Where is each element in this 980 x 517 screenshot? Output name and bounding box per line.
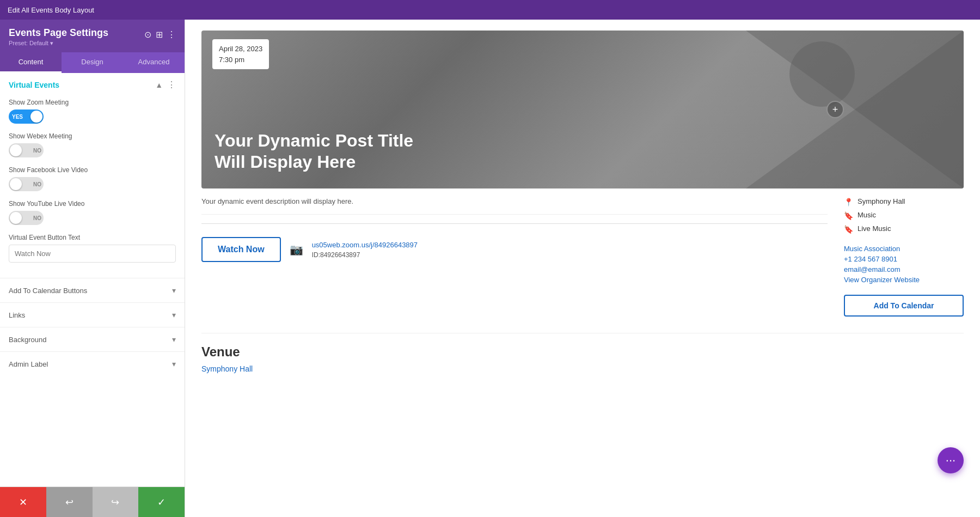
sidebar-title: Events Page Settings <box>9 27 108 39</box>
show-facebook-live-row: Show Facebook Live Video NO <box>9 166 176 191</box>
hero-triangle-left <box>746 31 964 188</box>
add-to-calendar-title: Add To Calendar Buttons <box>9 287 87 295</box>
watch-now-button[interactable]: Watch Now <box>201 237 281 262</box>
content-layout: Your dynamic event description will disp… <box>201 197 964 317</box>
venue-tag-music: 🔖 Music <box>844 211 964 220</box>
tab-content[interactable]: Content <box>0 52 62 73</box>
tag-music: Music <box>857 211 876 219</box>
admin-label-title: Admin Label <box>9 360 48 368</box>
save-button[interactable]: ✓ <box>138 487 185 517</box>
show-webex-meeting-label: Show Webex Meeting <box>9 132 176 140</box>
watch-now-area: Watch Now 📷 us05web.zoom.us/j/8492664389… <box>201 233 828 266</box>
zoom-link[interactable]: us05web.zoom.us/j/84926643897 <box>312 241 418 249</box>
sidebar-tabs: Content Design Advanced <box>0 52 185 73</box>
virtual-event-button-text-row: Virtual Event Button Text <box>9 234 176 263</box>
virtual-events-title: Virtual Events <box>9 81 59 89</box>
sidebar-header: Events Page Settings Preset: Default ▾ ⊙… <box>0 20 185 52</box>
virtual-events-body: Show Zoom Meeting YES Show Webex Meeting <box>0 96 185 278</box>
venue-section-link[interactable]: Symphony Hall <box>201 364 253 373</box>
floating-action-button[interactable]: ··· <box>938 447 964 473</box>
background-title: Background <box>9 336 46 344</box>
redo-button[interactable]: ↪ <box>93 487 139 517</box>
undo-button[interactable]: ↩ <box>46 487 93 517</box>
organizer-info: Music Association +1 234 567 8901 email@… <box>844 245 964 284</box>
tab-advanced[interactable]: Advanced <box>123 52 185 73</box>
show-webex-meeting-toggle[interactable]: NO <box>9 143 44 157</box>
background-chevron: ▾ <box>172 335 176 344</box>
admin-label-section: Admin Label ▾ <box>0 351 185 376</box>
admin-label-chevron: ▾ <box>172 360 176 368</box>
venue-tag-live-music: 🔖 Live Music <box>844 224 964 234</box>
organizer-email[interactable]: email@email.com <box>844 265 964 273</box>
organizer-phone[interactable]: +1 234 567 8901 <box>844 255 964 263</box>
save-icon: ✓ <box>157 496 166 508</box>
hero-date-badge: April 28, 2023 7:30 pm <box>212 39 269 69</box>
sidebar-content: Virtual Events ▲ ⋮ Show Zoom Meeting YES <box>0 73 185 486</box>
redo-icon: ↪ <box>111 496 119 508</box>
toggle-knob <box>30 111 42 123</box>
tag-icon-1: 🔖 <box>844 211 853 220</box>
add-to-calendar-button[interactable]: Add To Calendar <box>844 295 964 317</box>
hero-date: April 28, 2023 <box>219 44 262 54</box>
layout-icon[interactable]: ⊞ <box>156 29 163 40</box>
zoom-info: 📷 <box>290 243 303 256</box>
event-description: Your dynamic event description will disp… <box>201 197 828 215</box>
hero-image: April 28, 2023 7:30 pm Your Dynamic Post… <box>201 31 964 188</box>
links-header[interactable]: Links ▾ <box>0 303 185 327</box>
organizer-name-link[interactable]: Music Association <box>844 245 964 253</box>
background-header[interactable]: Background ▾ <box>0 327 185 351</box>
content-sidebar: 📍 Symphony Hall 🔖 Music 🔖 Live Music Mus… <box>844 197 964 317</box>
fab-icon: ··· <box>946 453 955 467</box>
admin-label-header[interactable]: Admin Label ▾ <box>0 352 185 376</box>
top-bar-title: Edit All Events Body Layout <box>8 6 94 14</box>
more-icon[interactable]: ⋮ <box>167 29 176 40</box>
video-camera-icon: 📷 <box>290 244 303 256</box>
toggle-knob-yt <box>10 212 22 224</box>
background-section: Background ▾ <box>0 327 185 351</box>
section-divider <box>201 223 828 224</box>
zoom-id: ID:84926643897 <box>312 251 360 259</box>
section-options-icon[interactable]: ⋮ <box>167 80 176 90</box>
venue-section-title: Venue <box>201 344 964 360</box>
organizer-website[interactable]: View Organizer Website <box>844 276 964 284</box>
focus-icon[interactable]: ⊙ <box>144 29 151 40</box>
show-youtube-live-row: Show YouTube Live Video NO <box>9 200 176 225</box>
show-youtube-live-toggle[interactable]: NO <box>9 211 44 225</box>
sidebar-bottom-bar: ✕ ↩ ↪ ✓ <box>0 486 185 517</box>
links-title: Links <box>9 311 25 319</box>
toggle-knob-fb <box>10 178 22 190</box>
show-zoom-meeting-row: Show Zoom Meeting YES <box>9 99 176 124</box>
virtual-event-button-text-input[interactable] <box>9 245 176 263</box>
show-zoom-meeting-label: Show Zoom Meeting <box>9 99 176 106</box>
venue-name: Symphony Hall <box>857 197 905 205</box>
add-to-calendar-chevron: ▾ <box>172 286 176 295</box>
show-zoom-meeting-toggle[interactable]: YES <box>9 110 44 124</box>
hero-time: 7:30 pm <box>219 54 262 65</box>
add-to-calendar-header[interactable]: Add To Calendar Buttons ▾ <box>0 278 185 302</box>
hero-title: Your Dynamic Post Title Will Display Her… <box>215 130 432 172</box>
venue-info: 📍 Symphony Hall 🔖 Music 🔖 Live Music <box>844 197 964 234</box>
location-icon: 📍 <box>844 198 853 206</box>
tab-design[interactable]: Design <box>62 52 123 73</box>
show-youtube-live-label: Show YouTube Live Video <box>9 200 176 208</box>
virtual-events-section-header[interactable]: Virtual Events ▲ ⋮ <box>0 73 185 96</box>
links-section: Links ▾ <box>0 302 185 327</box>
hero-plus-button[interactable]: + <box>826 101 844 118</box>
venue-location: 📍 Symphony Hall <box>844 197 964 206</box>
top-bar: Edit All Events Body Layout <box>0 0 980 20</box>
main-content: April 28, 2023 7:30 pm Your Dynamic Post… <box>185 20 980 517</box>
links-chevron: ▾ <box>172 311 176 319</box>
discard-icon: ✕ <box>19 496 27 508</box>
show-facebook-live-toggle[interactable]: NO <box>9 177 44 191</box>
content-main: Your dynamic event description will disp… <box>201 197 828 317</box>
discard-button[interactable]: ✕ <box>0 487 46 517</box>
show-facebook-live-label: Show Facebook Live Video <box>9 166 176 174</box>
add-to-calendar-section: Add To Calendar Buttons ▾ <box>0 278 185 302</box>
toggle-knob-webex <box>10 144 22 156</box>
zoom-link-group: us05web.zoom.us/j/84926643897 ID:8492664… <box>312 240 418 259</box>
collapse-icon[interactable]: ▲ <box>155 81 163 89</box>
sidebar-preset[interactable]: Preset: Default ▾ <box>9 40 108 47</box>
tag-icon-2: 🔖 <box>844 225 853 234</box>
undo-icon: ↩ <box>65 496 74 508</box>
show-webex-meeting-row: Show Webex Meeting NO <box>9 132 176 157</box>
